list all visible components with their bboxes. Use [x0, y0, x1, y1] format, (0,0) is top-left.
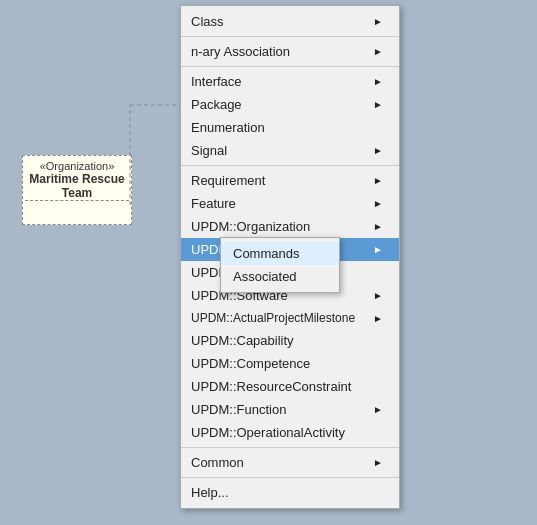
menu-item-nary[interactable]: n-ary Association ►: [181, 40, 399, 63]
arrow-updm-sw: ►: [373, 290, 383, 301]
menu-item-interface[interactable]: Interface ►: [181, 70, 399, 93]
menu-item-requirement[interactable]: Requirement ►: [181, 169, 399, 192]
menu-item-updm-cap[interactable]: UPDM::Capability: [181, 329, 399, 352]
arrow-interface: ►: [373, 76, 383, 87]
menu-item-signal[interactable]: Signal ►: [181, 139, 399, 162]
menu-item-feature[interactable]: Feature ►: [181, 192, 399, 215]
menu-item-package[interactable]: Package ►: [181, 93, 399, 116]
arrow-updm-func: ►: [373, 404, 383, 415]
menu-label-updm-org: UPDM::Organization: [191, 219, 310, 234]
menu-item-updm-rc[interactable]: UPDM::ResourceConstraint: [181, 375, 399, 398]
separator-2: [181, 66, 399, 67]
submenu-label-associated: Associated: [233, 269, 297, 284]
menu-label-updm-apm: UPDM::ActualProjectMilestone: [191, 311, 355, 325]
arrow-updm-apm: ►: [373, 313, 383, 324]
menu-label-feature: Feature: [191, 196, 236, 211]
arrow-nary: ►: [373, 46, 383, 57]
separator-1: [181, 36, 399, 37]
node-stereotype: «Organization»: [25, 160, 129, 172]
arrow-requirement: ►: [373, 175, 383, 186]
menu-item-common[interactable]: Common ►: [181, 451, 399, 474]
menu-label-enumeration: Enumeration: [191, 120, 265, 135]
menu-label-package: Package: [191, 97, 242, 112]
menu-label-updm-func: UPDM::Function: [191, 402, 286, 417]
menu-label-nary: n-ary Association: [191, 44, 290, 59]
menu-label-common: Common: [191, 455, 244, 470]
menu-label-requirement: Requirement: [191, 173, 265, 188]
menu-label-updm-comp: UPDM::Competence: [191, 356, 310, 371]
submenu-item-commands[interactable]: Commands: [221, 242, 339, 265]
arrow-updm-org: ►: [373, 221, 383, 232]
arrow-feature: ►: [373, 198, 383, 209]
menu-label-updm-rc: UPDM::ResourceConstraint: [191, 379, 351, 394]
menu-item-updm-oa[interactable]: UPDM::OperationalActivity: [181, 421, 399, 444]
menu-item-class[interactable]: Class ►: [181, 10, 399, 33]
menu-label-help: Help...: [191, 485, 229, 500]
arrow-class: ►: [373, 16, 383, 27]
arrow-signal: ►: [373, 145, 383, 156]
menu-item-updm-org[interactable]: UPDM::Organization ►: [181, 215, 399, 238]
menu-item-help[interactable]: Help...: [181, 481, 399, 504]
menu-item-enumeration[interactable]: Enumeration: [181, 116, 399, 139]
menu-label-interface: Interface: [191, 74, 242, 89]
node-bottom: [25, 200, 129, 220]
menu-item-updm-func[interactable]: UPDM::Function ►: [181, 398, 399, 421]
submenu-item-associated[interactable]: Associated: [221, 265, 339, 288]
node-name: Maritime RescueTeam: [25, 172, 129, 200]
menu-label-class: Class: [191, 14, 224, 29]
separator-3: [181, 165, 399, 166]
submenu-label-commands: Commands: [233, 246, 299, 261]
menu-label-updm-oa: UPDM::OperationalActivity: [191, 425, 345, 440]
menu-label-signal: Signal: [191, 143, 227, 158]
arrow-package: ►: [373, 99, 383, 110]
arrow-common: ►: [373, 457, 383, 468]
arrow-updm-post: ►: [373, 244, 383, 255]
menu-item-updm-apm[interactable]: UPDM::ActualProjectMilestone ►: [181, 307, 399, 329]
menu-label-updm-cap: UPDM::Capability: [191, 333, 294, 348]
uml-node: «Organization» Maritime RescueTeam: [22, 155, 132, 225]
menu-item-updm-comp[interactable]: UPDM::Competence: [181, 352, 399, 375]
separator-4: [181, 447, 399, 448]
submenu-updm-post: Commands Associated: [220, 237, 340, 293]
separator-5: [181, 477, 399, 478]
